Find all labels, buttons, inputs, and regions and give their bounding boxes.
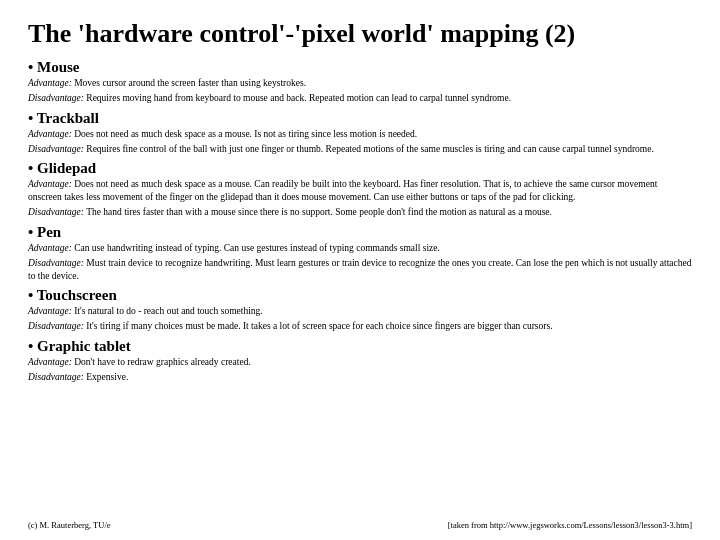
section-para-glidepad-1: Disadvantage: The hand tires faster than… [28,206,692,219]
para-label: Advantage: [28,129,72,139]
content-sections: • MouseAdvantage: Moves cursor around th… [28,59,692,383]
section-heading-trackball: • Trackball [28,110,692,127]
section-mouse: • MouseAdvantage: Moves cursor around th… [28,59,692,105]
para-label: Advantage: [28,243,72,253]
para-text: The hand tires faster than with a mouse … [84,207,552,217]
section-glidepad: • GlidepadAdvantage: Does not need as mu… [28,160,692,218]
para-text: Expensive. [84,372,128,382]
footer: (c) M. Rauterberg, TU/e [taken from http… [28,520,692,530]
para-label: Advantage: [28,357,72,367]
section-heading-glidepad: • Glidepad [28,160,692,177]
footer-right: [taken from http://www.jegsworks.com/Les… [448,520,692,530]
para-label: Advantage: [28,306,72,316]
section-heading-mouse: • Mouse [28,59,692,76]
section-graphic-tablet: • Graphic tabletAdvantage: Don't have to… [28,338,692,384]
section-para-touchscreen-0: Advantage: It's natural to do - reach ou… [28,305,692,318]
para-label: Advantage: [28,78,72,88]
section-para-mouse-0: Advantage: Moves cursor around the scree… [28,77,692,90]
para-text: Requires fine control of the ball with j… [84,144,654,154]
section-para-mouse-1: Disadvantage: Requires moving hand from … [28,92,692,105]
section-heading-pen: • Pen [28,224,692,241]
footer-left: (c) M. Rauterberg, TU/e [28,520,111,530]
para-label: Disadvantage: [28,207,84,217]
para-text: It's tiring if many choices must be made… [84,321,553,331]
para-label: Disadvantage: [28,372,84,382]
para-text: Don't have to redraw graphics already cr… [72,357,251,367]
para-text: Can use handwriting instead of typing. C… [72,243,440,253]
para-text: Must train device to recognize handwriti… [28,258,691,281]
section-pen: • PenAdvantage: Can use handwriting inst… [28,224,692,282]
section-para-graphic-tablet-1: Disadvantage: Expensive. [28,371,692,384]
para-label: Disadvantage: [28,93,84,103]
section-heading-graphic-tablet: • Graphic tablet [28,338,692,355]
section-para-pen-0: Advantage: Can use handwriting instead o… [28,242,692,255]
para-text: Moves cursor around the screen faster th… [72,78,306,88]
para-text: Requires moving hand from keyboard to mo… [84,93,511,103]
section-para-trackball-0: Advantage: Does not need as much desk sp… [28,128,692,141]
section-para-graphic-tablet-0: Advantage: Don't have to redraw graphics… [28,356,692,369]
para-label: Disadvantage: [28,321,84,331]
para-label: Advantage: [28,179,72,189]
section-para-trackball-1: Disadvantage: Requires fine control of t… [28,143,692,156]
para-text: Does not need as much desk space as a mo… [28,179,657,202]
para-text: Does not need as much desk space as a mo… [72,129,417,139]
page-title: The 'hardware control'-'pixel world' map… [28,18,692,49]
para-label: Disadvantage: [28,258,84,268]
section-para-glidepad-0: Advantage: Does not need as much desk sp… [28,178,692,204]
section-touchscreen: • TouchscreenAdvantage: It's natural to … [28,287,692,333]
para-label: Disadvantage: [28,144,84,154]
para-text: It's natural to do - reach out and touch… [72,306,263,316]
section-trackball: • TrackballAdvantage: Does not need as m… [28,110,692,156]
section-heading-touchscreen: • Touchscreen [28,287,692,304]
section-para-touchscreen-1: Disadvantage: It's tiring if many choice… [28,320,692,333]
section-para-pen-1: Disadvantage: Must train device to recog… [28,257,692,283]
